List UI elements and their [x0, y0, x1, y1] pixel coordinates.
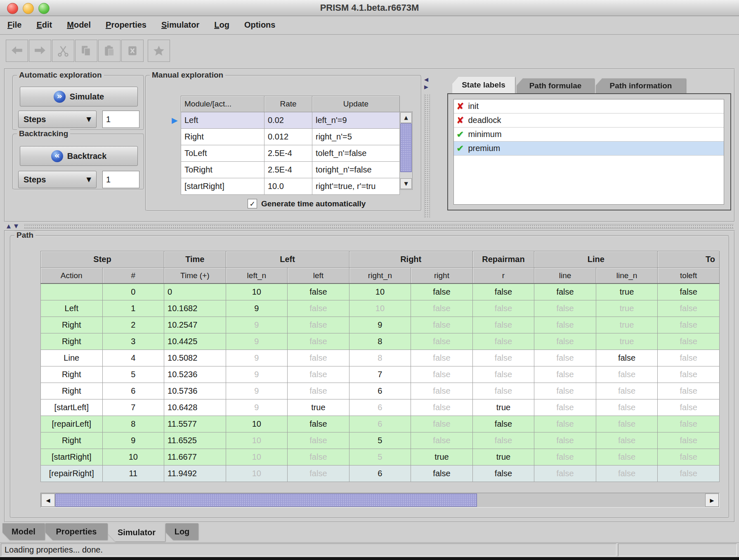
vertical-splitter[interactable]: ◀ ▶ — [423, 71, 431, 220]
backtrack-button[interactable]: « Backtrack — [20, 146, 138, 166]
path-col-header[interactable]: r — [472, 268, 534, 284]
scroll-right-icon[interactable]: ▶ — [705, 494, 719, 507]
path-row[interactable]: [repairRight]1111.949210false6falsefalse… — [41, 465, 720, 482]
path-col-header[interactable]: right — [411, 268, 473, 284]
manual-row[interactable]: ToLeft2.5E-4toleft_n'=false — [181, 145, 400, 162]
scroll-up-icon[interactable]: ▲ — [400, 112, 412, 123]
path-row[interactable]: Right510.52369false7falsefalsefalsefalse… — [41, 366, 720, 383]
state-label-premium[interactable]: ✔premium — [454, 142, 724, 156]
path-col-header[interactable]: # — [102, 268, 164, 284]
path-col-header[interactable]: right_n — [349, 268, 411, 284]
menu-file[interactable]: File — [7, 20, 21, 30]
path-group-header[interactable]: Left — [226, 251, 349, 268]
path-col-header[interactable]: Time (+) — [164, 268, 226, 284]
path-hscrollbar[interactable]: ◀ ▶ — [40, 493, 720, 508]
close-button[interactable] — [7, 3, 18, 14]
paste-button[interactable] — [98, 40, 120, 62]
menu-options[interactable]: Options — [244, 20, 276, 30]
path-group-header[interactable]: To — [658, 251, 720, 268]
manual-col-header[interactable]: Module/[act... — [181, 96, 264, 112]
path-col-header[interactable]: Action — [41, 268, 103, 284]
path-row[interactable]: Right610.57369false6falsefalsefalsefalse… — [41, 383, 720, 399]
path-cell: false — [658, 300, 720, 317]
path-cell: false — [288, 366, 349, 383]
manual-row[interactable]: [startRight]10.0right'=true, r'=tru — [181, 178, 400, 195]
bottom-tab-simulator[interactable]: Simulator — [108, 523, 165, 541]
tab-state-labels[interactable]: State labels — [452, 77, 515, 93]
bottom-tab-model[interactable]: Model — [2, 523, 45, 540]
path-group-header[interactable]: Line — [534, 251, 658, 268]
backtrack-button-label: Backtrack — [67, 151, 107, 161]
scroll-left-icon[interactable]: ◀ — [41, 494, 55, 507]
path-row[interactable]: Right310.44259false8falsefalsefalsetruef… — [41, 333, 720, 350]
cut-button[interactable] — [52, 40, 74, 62]
horizontal-splitter[interactable]: ▲ ▼ — [4, 223, 735, 229]
state-label-deadlock[interactable]: ✘deadlock — [454, 113, 724, 128]
path-cell: 5 — [349, 449, 411, 465]
manual-row[interactable]: ToRight2.5E-4toright_n'=false — [181, 162, 400, 178]
path-cell: false — [288, 284, 349, 300]
path-cell: false — [534, 432, 596, 449]
collapse-down-icon[interactable]: ▼ — [14, 223, 18, 229]
manual-row[interactable]: Right0.012right_n'=5 — [181, 129, 400, 145]
path-group-header[interactable]: Right — [349, 251, 472, 268]
collapse-right-icon[interactable]: ▶ — [424, 84, 428, 90]
automatic-exploration-panel: Automatic exploration » Simulate Steps ▼… — [12, 75, 144, 130]
simulate-steps-combo[interactable]: Steps ▼ — [18, 111, 97, 128]
simulate-steps-field[interactable]: 1 — [102, 111, 139, 128]
manual-row[interactable]: Left0.02left_n'=9 — [181, 112, 400, 129]
collapse-left-icon[interactable]: ◀ — [424, 77, 428, 82]
zoom-button[interactable] — [38, 3, 50, 14]
tab-path-information[interactable]: Path information — [596, 78, 686, 93]
path-row[interactable]: Right911.652510false5falsefalsefalsefals… — [41, 432, 720, 449]
cross-icon: ✘ — [456, 102, 464, 111]
manual-col-header[interactable]: Update — [312, 96, 400, 112]
path-row[interactable]: Right210.25479false9falsefalsefalsetruef… — [41, 317, 720, 333]
menu-edit[interactable]: Edit — [36, 20, 52, 30]
generate-time-checkbox[interactable]: ✓ — [248, 199, 257, 208]
menu-properties[interactable]: Properties — [106, 20, 146, 30]
path-row[interactable]: [repairLeft]811.557710false6falsefalsefa… — [41, 416, 720, 432]
path-col-header[interactable]: left_n — [226, 268, 288, 284]
menu-model[interactable]: Model — [67, 20, 91, 30]
minimize-button[interactable] — [23, 3, 34, 14]
manual-table-scrollbar[interactable]: ▲ ▼ — [399, 111, 413, 190]
path-col-header[interactable]: left — [288, 268, 349, 284]
path-col-header[interactable]: toleft — [658, 268, 720, 284]
chevron-down-icon: ▼ — [86, 116, 91, 123]
path-cell: false — [288, 350, 349, 366]
undo-button[interactable] — [6, 40, 28, 62]
manual-exploration-panel: Manual exploration ▶ Module/[act...RateU… — [145, 75, 422, 211]
copy-button[interactable] — [75, 40, 97, 62]
path-row[interactable]: Line410.50829false8falsefalsefalsefalsef… — [41, 350, 720, 366]
tab-path-formulae[interactable]: Path formulae — [517, 78, 594, 93]
backtrack-steps-field[interactable]: 1 — [102, 171, 139, 188]
path-group-header[interactable]: Step — [41, 251, 164, 268]
path-col-header[interactable]: line — [534, 268, 596, 284]
bottom-tab-log[interactable]: Log — [166, 523, 198, 540]
simulate-button[interactable]: » Simulate — [20, 87, 138, 106]
path-row[interactable]: Left110.16829false10falsefalsefalsetruef… — [41, 300, 720, 317]
collapse-up-icon[interactable]: ▲ — [7, 223, 11, 229]
window-title: PRISM 4.1.beta.r6673M — [0, 0, 739, 16]
path-group-header[interactable]: Time — [164, 251, 226, 268]
path-cell: false — [534, 366, 596, 383]
bottom-tab-properties[interactable]: Properties — [45, 523, 107, 540]
scroll-down-icon[interactable]: ▼ — [400, 178, 412, 189]
scrollbar-thumb[interactable] — [400, 123, 412, 172]
path-col-header[interactable]: line_n — [596, 268, 658, 284]
delete-button[interactable] — [121, 40, 144, 62]
menu-log[interactable]: Log — [214, 20, 229, 30]
star-button[interactable] — [148, 40, 170, 62]
menu-simulator[interactable]: Simulator — [161, 20, 199, 30]
state-label-init[interactable]: ✘init — [454, 99, 724, 113]
path-row[interactable]: [startLeft]710.64289true6falsetruefalsef… — [41, 399, 720, 416]
state-label-minimum[interactable]: ✔minimum — [454, 128, 724, 142]
redo-button[interactable] — [29, 40, 51, 62]
manual-col-header[interactable]: Rate — [264, 96, 312, 112]
path-row[interactable]: 0010false10falsefalsefalsetruefalse — [41, 284, 720, 300]
path-row[interactable]: [startRight]1011.667710false5truetruefal… — [41, 449, 720, 465]
backtrack-steps-combo[interactable]: Steps ▼ — [18, 171, 97, 188]
hscrollbar-thumb[interactable] — [55, 494, 477, 507]
path-group-header[interactable]: Repairman — [472, 251, 534, 268]
